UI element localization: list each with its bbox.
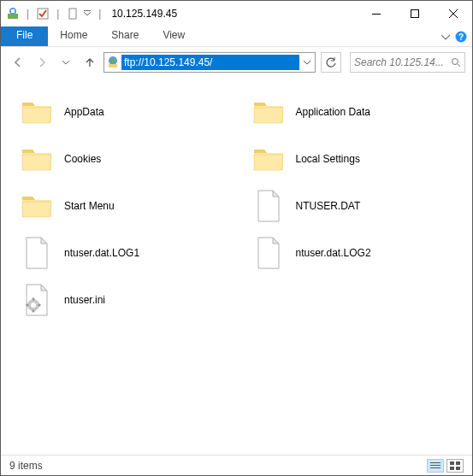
maximize-button[interactable] [395, 1, 434, 26]
item-label: AppData [64, 106, 104, 118]
folder-icon [20, 189, 54, 223]
folder-icon [20, 142, 54, 176]
up-button[interactable] [80, 52, 100, 73]
forward-button[interactable] [32, 52, 52, 73]
folder-icon [251, 95, 286, 129]
list-item[interactable]: Cookies [9, 135, 241, 182]
address-dropdown-icon[interactable] [299, 58, 315, 67]
item-label: ntuser.ini [64, 294, 105, 306]
svg-rect-15 [430, 462, 440, 463]
address-bar[interactable] [103, 52, 316, 73]
item-label: Start Menu [64, 200, 115, 212]
item-label: Application Data [296, 106, 370, 118]
item-label: ntuser.dat.LOG2 [296, 247, 371, 259]
svg-rect-7 [411, 10, 418, 18]
minimize-button[interactable] [357, 1, 395, 26]
view-large-icons-button[interactable] [446, 459, 464, 473]
folder-icon [251, 142, 286, 176]
separator: | [98, 8, 101, 20]
file-icon [20, 236, 54, 270]
folder-icon [20, 95, 54, 129]
svg-rect-4 [69, 9, 76, 19]
checkbox-qat-icon[interactable] [36, 7, 50, 21]
help-icon[interactable]: ? [455, 31, 467, 43]
statusbar: 9 items [1, 455, 472, 475]
svg-point-14 [31, 303, 36, 308]
list-item[interactable]: ntuser.dat.LOG2 [241, 229, 473, 276]
list-item[interactable]: ntuser.dat.LOG1 [9, 229, 241, 276]
svg-rect-21 [456, 467, 460, 470]
list-item[interactable]: Local Settings [241, 135, 473, 182]
svg-point-12 [452, 59, 458, 65]
separator: | [27, 8, 29, 20]
item-label: ntuser.dat.LOG1 [64, 247, 139, 259]
separator: | [56, 8, 59, 20]
list-item[interactable]: Start Menu [9, 182, 241, 229]
tab-share[interactable]: Share [99, 26, 151, 46]
tab-file[interactable]: File [1, 26, 48, 46]
ribbon-tabs: File Home Share View ? [1, 26, 472, 47]
qat-dropdown-icon[interactable] [83, 7, 92, 21]
list-item[interactable]: Application Data [241, 88, 473, 135]
recent-locations-button[interactable] [56, 52, 76, 73]
list-item[interactable]: NTUSER.DAT [241, 182, 473, 229]
svg-rect-2 [11, 9, 15, 13]
tab-home[interactable]: Home [48, 26, 99, 46]
list-item[interactable]: ntuser.ini [9, 276, 241, 323]
svg-rect-19 [456, 461, 460, 465]
item-label: NTUSER.DAT [296, 200, 361, 212]
content-area: AppDataApplication DataCookiesLocal Sett… [1, 78, 472, 455]
status-count: 9 items [9, 460, 43, 472]
address-input[interactable] [121, 55, 299, 70]
svg-rect-16 [430, 465, 440, 466]
search-icon [451, 57, 461, 68]
titlebar: | | | 10.125.149.45 [1, 1, 472, 26]
item-label: Cookies [64, 153, 101, 165]
refresh-button[interactable] [321, 52, 341, 73]
navigation-bar: Search 10.125.14... [1, 47, 472, 78]
address-icon [104, 56, 121, 69]
file-icon [251, 236, 286, 270]
svg-rect-5 [84, 10, 91, 11]
svg-text:?: ? [458, 32, 464, 42]
svg-rect-18 [450, 461, 454, 465]
view-details-button[interactable] [427, 459, 444, 473]
svg-rect-11 [109, 64, 117, 68]
ribbon-expand-icon[interactable] [441, 32, 450, 41]
svg-rect-17 [430, 467, 440, 468]
item-label: Local Settings [296, 153, 360, 165]
file-icon [251, 189, 286, 223]
quick-access-toolbar: | | | [1, 7, 104, 21]
list-item[interactable]: AppData [9, 88, 241, 135]
svg-rect-20 [450, 467, 454, 470]
window-title: 10.125.149.45 [111, 8, 357, 20]
back-button[interactable] [8, 52, 28, 73]
search-box[interactable]: Search 10.125.14... [350, 52, 465, 73]
settings-file-icon [20, 283, 54, 317]
document-qat-icon[interactable] [66, 7, 80, 21]
close-button[interactable] [434, 1, 472, 26]
svg-rect-6 [372, 14, 381, 15]
app-icon [6, 7, 20, 21]
tab-view[interactable]: View [151, 26, 197, 46]
search-placeholder: Search 10.125.14... [354, 56, 451, 68]
caption-buttons [357, 1, 472, 26]
